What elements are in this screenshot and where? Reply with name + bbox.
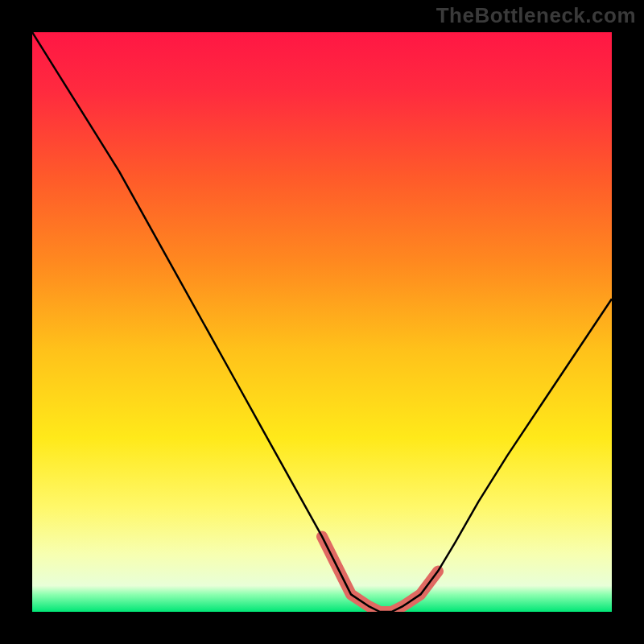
chart-svg [32, 32, 612, 612]
watermark-text: TheBottleneck.com [436, 3, 636, 28]
chart-frame: TheBottleneck.com [0, 0, 644, 644]
chart-plot-area [32, 32, 612, 612]
chart-background [32, 32, 612, 612]
